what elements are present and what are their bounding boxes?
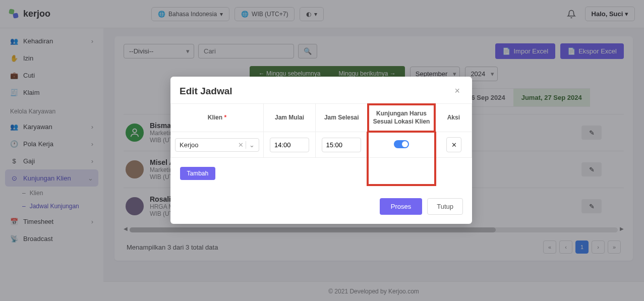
col-aksi: Aksi [435,104,472,132]
schedule-table: Klien * Jam Mulai Jam Selesai Kunjungan … [170,103,472,186]
schedule-row: Kerjoo ✕ ⌄ ✕ [171,132,472,158]
col-kunjungan-lokasi: Kunjungan Harus Sesuai Lokasi Klien [368,104,435,132]
delete-row-button[interactable]: ✕ [446,137,461,152]
tambah-button[interactable]: Tambah [180,167,216,180]
lokasi-toggle[interactable] [394,140,409,148]
jam-selesai-input[interactable] [322,138,361,152]
col-klien: Klien * [171,104,264,132]
edit-jadwal-modal: Edit Jadwal × Klien * Jam Mulai Jam Sele… [170,77,472,224]
proses-button[interactable]: Proses [380,198,422,215]
chevron-down-icon: ⌄ [246,141,255,149]
klien-select[interactable]: Kerjoo ✕ ⌄ [175,138,259,152]
tutup-button[interactable]: Tutup [427,198,463,215]
col-jam-selesai: Jam Selesai [316,104,368,132]
clear-klien-button[interactable]: ✕ [236,141,246,149]
col-jam-mulai: Jam Mulai [263,104,315,132]
modal-title: Edit Jadwal [180,86,232,97]
jam-mulai-input[interactable] [270,138,309,152]
close-icon: ✕ [451,141,457,149]
modal-close-button[interactable]: × [451,85,463,97]
klien-value: Kerjoo [180,141,199,149]
